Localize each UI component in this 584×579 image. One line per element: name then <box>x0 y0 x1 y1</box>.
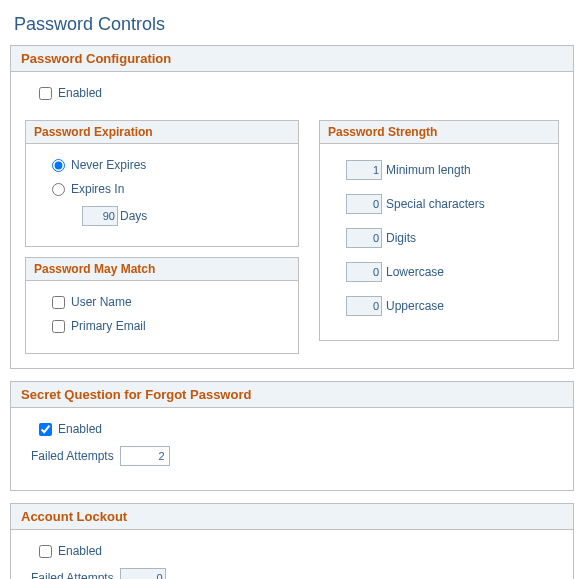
expires-days-unit: Days <box>120 209 147 223</box>
special-chars-input[interactable] <box>346 194 382 214</box>
lockout-failed-label: Failed Attempts <box>31 571 114 579</box>
secret-question-panel: Secret Question for Forgot Password Enab… <box>10 381 574 491</box>
digits-label: Digits <box>386 231 416 245</box>
password-configuration-panel: Password Configuration Enabled Password … <box>10 45 574 369</box>
secret-q-failed-row: Failed Attempts <box>25 446 559 466</box>
secret-question-header: Secret Question for Forgot Password <box>11 382 573 408</box>
min-length-row: Minimum length <box>346 160 546 180</box>
expires-in-radio[interactable] <box>52 183 65 196</box>
account-lockout-header: Account Lockout <box>11 504 573 530</box>
match-username-checkbox[interactable] <box>52 296 65 309</box>
match-primary-email-row: Primary Email <box>38 319 286 333</box>
uppercase-row: Uppercase <box>346 296 546 316</box>
special-chars-row: Special characters <box>346 194 546 214</box>
password-may-match-panel: Password May Match User Name Primary Ema… <box>25 257 299 354</box>
never-expires-radio[interactable] <box>52 159 65 172</box>
match-primary-email-label: Primary Email <box>71 319 146 333</box>
match-primary-email-checkbox[interactable] <box>52 320 65 333</box>
password-strength-panel: Password Strength Minimum length Special… <box>319 120 559 341</box>
expires-days-input[interactable] <box>82 206 118 226</box>
pwd-config-enabled-checkbox[interactable] <box>39 87 52 100</box>
min-length-label: Minimum length <box>386 163 471 177</box>
lowercase-row: Lowercase <box>346 262 546 282</box>
match-username-label: User Name <box>71 295 132 309</box>
secret-q-enabled-checkbox[interactable] <box>39 423 52 436</box>
match-username-row: User Name <box>38 295 286 309</box>
password-expiration-panel: Password Expiration Never Expires Expire… <box>25 120 299 247</box>
lockout-enabled-checkbox[interactable] <box>39 545 52 558</box>
uppercase-label: Uppercase <box>386 299 444 313</box>
digits-input[interactable] <box>346 228 382 248</box>
secret-q-enabled-row: Enabled <box>25 422 559 436</box>
lockout-failed-row: Failed Attempts <box>25 568 559 579</box>
never-expires-row: Never Expires <box>38 158 286 172</box>
lockout-enabled-label: Enabled <box>58 544 102 558</box>
page-title: Password Controls <box>14 14 574 35</box>
digits-row: Digits <box>346 228 546 248</box>
password-expiration-header: Password Expiration <box>26 121 298 144</box>
lowercase-input[interactable] <box>346 262 382 282</box>
uppercase-input[interactable] <box>346 296 382 316</box>
account-lockout-panel: Account Lockout Enabled Failed Attempts <box>10 503 574 579</box>
password-configuration-header: Password Configuration <box>11 46 573 72</box>
secret-q-failed-input[interactable] <box>120 446 170 466</box>
lockout-enabled-row: Enabled <box>25 544 559 558</box>
pwd-config-enabled-row: Enabled <box>25 86 559 100</box>
expires-in-label: Expires In <box>71 182 124 196</box>
expires-days-row: Days <box>82 206 286 226</box>
lockout-failed-input[interactable] <box>120 568 166 579</box>
secret-q-failed-label: Failed Attempts <box>31 449 114 463</box>
never-expires-label: Never Expires <box>71 158 146 172</box>
password-strength-header: Password Strength <box>320 121 558 144</box>
pwd-config-enabled-label: Enabled <box>58 86 102 100</box>
expires-in-row: Expires In <box>38 182 286 196</box>
min-length-input[interactable] <box>346 160 382 180</box>
secret-q-enabled-label: Enabled <box>58 422 102 436</box>
lowercase-label: Lowercase <box>386 265 444 279</box>
special-chars-label: Special characters <box>386 197 485 211</box>
password-may-match-header: Password May Match <box>26 258 298 281</box>
